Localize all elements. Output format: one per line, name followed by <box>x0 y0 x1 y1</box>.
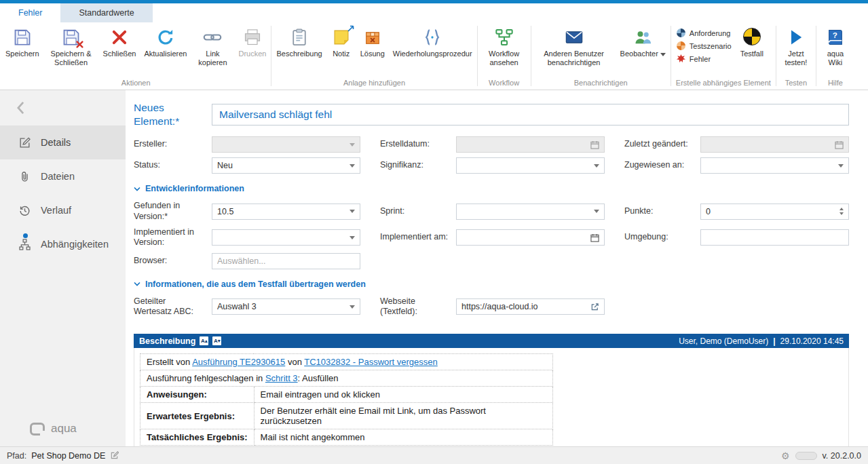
create-test-scenario-button[interactable]: Testszenario <box>674 41 734 51</box>
copy-link-button[interactable]: Link kopieren <box>191 24 234 69</box>
section-entwicklerinformationen[interactable]: Entwicklerinformationen <box>134 184 849 193</box>
chevron-down-icon <box>350 210 355 213</box>
zugewiesen-select[interactable] <box>700 157 849 174</box>
webseite-input[interactable] <box>461 302 586 311</box>
sidebar-item-details[interactable]: Details <box>0 125 126 159</box>
browser-input[interactable] <box>217 256 355 266</box>
umgebung-input[interactable] <box>706 233 844 242</box>
step-link[interactable]: Schritt 3 <box>265 373 298 383</box>
create-requirement-button[interactable]: Anforderung <box>674 28 734 38</box>
clipboard-icon <box>288 26 310 48</box>
webseite-input-field[interactable] <box>456 298 605 315</box>
description-header: Beschreibung A▴ A▾ User, Demo (DemoUser)… <box>134 334 849 348</box>
ersteller-label: Ersteller: <box>134 139 212 150</box>
calendar-icon <box>590 233 599 242</box>
table-row: Tatsächliches Ergebnis: Mail ist nicht a… <box>140 429 553 446</box>
main-panel: Neues Element:* Ersteller: Erstelldatum:… <box>126 90 868 446</box>
chevron-down-icon <box>350 143 355 147</box>
description-timestamp: 29.10.2020 14:45 <box>780 336 844 346</box>
chevron-down-icon <box>838 164 844 168</box>
ribbon-group-aktionen: Speichern Speichern & Schließen Schließe… <box>1 22 270 90</box>
save-and-close-button[interactable]: Speichern & Schließen <box>43 24 99 69</box>
sidebar-item-dateien[interactable]: Dateien <box>0 159 126 193</box>
path-label: Pfad: <box>7 451 26 461</box>
font-increase-icon[interactable]: A▴ <box>200 336 208 345</box>
gefunden-in-version-select[interactable]: 10.5 <box>212 204 360 220</box>
chevron-down-icon <box>660 53 666 56</box>
chevron-down-icon <box>594 210 599 213</box>
execution-link[interactable]: Ausführung TE2930615 <box>192 357 285 367</box>
print-button[interactable]: Drucken <box>234 24 270 60</box>
details-icon <box>18 136 31 149</box>
font-decrease-icon[interactable]: A▾ <box>212 336 221 345</box>
version-label: v. 20.2.0.0 <box>823 451 861 461</box>
description-table: Erstellt von Ausführung TE2930615 von TC… <box>140 353 553 446</box>
notify-user-button[interactable]: Anderen Benutzer benachrichtigen <box>532 24 616 69</box>
watchers-dropdown-button[interactable]: Beobachter <box>616 24 670 60</box>
defect-icon <box>677 54 685 63</box>
close-button[interactable]: Schließen <box>99 24 140 60</box>
testcase-link[interactable]: TC1032832 - Passwort vergessen <box>304 357 438 367</box>
notification-dot <box>23 233 28 238</box>
browser-input-field[interactable] <box>212 253 360 269</box>
close-icon <box>109 26 130 48</box>
refresh-button[interactable]: Aktualisieren <box>140 24 191 60</box>
signifikanz-label: Signifikanz: <box>380 160 456 171</box>
zuletzt-geaendert-label: Zuletzt geändert: <box>624 139 700 150</box>
ribbon-separator <box>477 26 478 86</box>
punkte-input[interactable] <box>706 207 835 216</box>
envelope-icon <box>563 26 585 48</box>
edit-path-icon[interactable] <box>110 451 119 460</box>
chevron-down-icon <box>594 164 599 168</box>
umgebung-input-field[interactable] <box>700 229 849 246</box>
test-now-button[interactable]: Jetzt testen! <box>777 24 815 69</box>
status-label: Status: <box>134 160 212 171</box>
save-button[interactable]: Speichern <box>1 24 43 60</box>
title-input[interactable] <box>212 104 849 125</box>
implementiert-am-datefield[interactable] <box>456 229 605 246</box>
create-test-case-button[interactable]: Testfall <box>736 24 768 60</box>
table-row: Anweisungen: Email eintragen und ok klic… <box>140 387 553 403</box>
sidebar-item-abhaengigkeiten[interactable]: Abhängigkeiten <box>0 227 126 261</box>
group-label-workflow: Workflow <box>478 77 530 90</box>
tab-standardwerte[interactable]: Standardwerte <box>60 3 152 22</box>
ribbon-group-anlage: Beschreibung Notiz Lösung <box>272 22 476 90</box>
workflow-icon <box>493 26 515 48</box>
stepper-arrows-icon[interactable] <box>839 208 844 215</box>
view-workflow-button[interactable]: Workflow ansehen <box>478 24 530 69</box>
chevron-left-icon <box>16 101 25 115</box>
sidebar-item-verlauf[interactable]: Verlauf <box>0 193 126 227</box>
solution-box-icon <box>362 26 383 48</box>
history-icon <box>18 204 31 217</box>
ribbon-group-hilfe: ? aqua Wiki Hilfe <box>817 22 854 90</box>
create-defect-button[interactable]: Fehler <box>674 54 734 64</box>
description-meta: User, Demo (DemoUser) | 29.10.2020 14:45 <box>679 336 844 346</box>
back-button[interactable] <box>0 90 126 125</box>
chevron-down-icon <box>350 236 355 239</box>
aqua-wiki-button[interactable]: ? aqua Wiki <box>817 24 854 69</box>
add-solution-button[interactable]: Lösung <box>356 24 389 60</box>
signifikanz-select[interactable] <box>456 157 605 174</box>
status-select[interactable]: Neu <box>212 157 360 174</box>
settings-gear-icon[interactable]: ⚙ <box>781 451 790 461</box>
ribbon-group-benachrichtigen: Anderen Benutzer benachrichtigen Beobach… <box>532 22 670 90</box>
aqua-logo-icon <box>30 423 45 436</box>
test-case-icon <box>741 26 763 48</box>
external-link-icon[interactable] <box>590 303 599 311</box>
printer-icon <box>242 26 263 48</box>
tab-fehler[interactable]: Fehler <box>0 3 60 22</box>
implementiert-am-label: Implementiert am: <box>380 232 456 243</box>
group-label-abhaengiges-element: Erstelle abhängiges Element <box>672 77 775 90</box>
ribbon-separator <box>776 26 776 86</box>
add-description-button[interactable]: Beschreibung <box>272 24 326 60</box>
wertesatz-select[interactable]: Auswahl 3 <box>212 298 360 315</box>
add-note-button[interactable]: Notiz <box>326 24 356 60</box>
add-repro-steps-button[interactable]: Wiederholungsprozedur <box>389 24 476 60</box>
implementiert-in-version-select[interactable] <box>212 229 360 246</box>
table-row: Erwartetes Ergebnis: Der Benutzer erhält… <box>140 403 553 429</box>
sprint-select[interactable] <box>456 204 605 220</box>
punkte-stepper[interactable] <box>700 204 849 220</box>
description-body: Erstellt von Ausführung TE2930615 von TC… <box>134 348 849 446</box>
watchers-icon <box>632 26 654 48</box>
section-testfall-informationen[interactable]: Informationen, die aus dem Testfall über… <box>134 279 849 289</box>
